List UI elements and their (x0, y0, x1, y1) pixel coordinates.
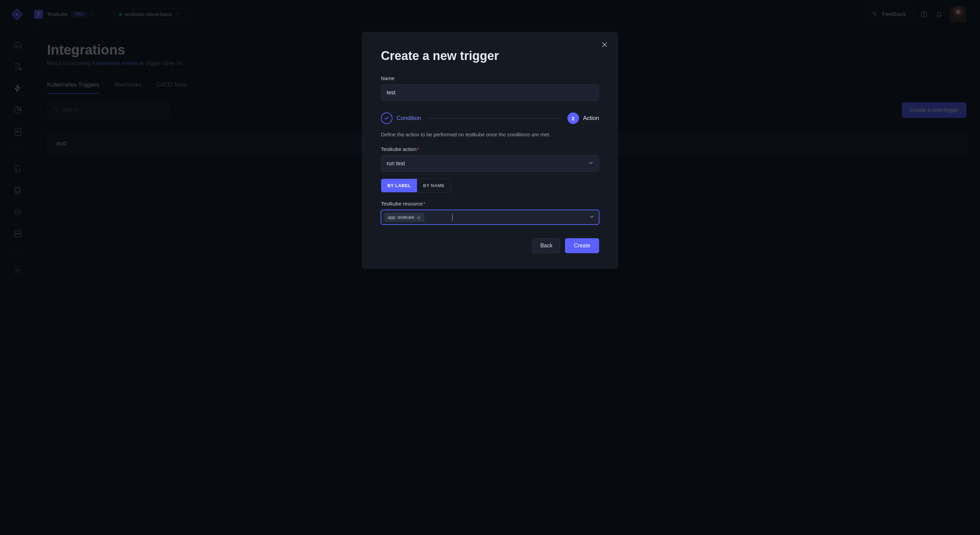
modal-title: Create a new trigger (381, 49, 599, 63)
name-input-value: test (387, 90, 396, 95)
required-mark: * (423, 201, 426, 206)
step-action[interactable]: 2 Action (567, 113, 599, 124)
resource-label: Testkube resource* (381, 201, 599, 206)
required-mark: * (417, 146, 419, 152)
action-select-value: run test (387, 160, 405, 167)
remove-tag-icon[interactable] (417, 215, 421, 219)
modal-overlay: Create a new trigger Name test Condition… (0, 0, 980, 535)
name-input[interactable]: test (381, 84, 599, 101)
resource-tag-label: app: testkube (388, 215, 414, 220)
chevron-down-icon (589, 160, 593, 167)
step-condition-label: Condition (396, 115, 421, 122)
segmented-control: BY LABEL BY NAME (381, 179, 451, 192)
step-line (427, 118, 561, 119)
create-trigger-modal: Create a new trigger Name test Condition… (362, 32, 618, 268)
back-button[interactable]: Back (532, 238, 560, 253)
seg-by-name[interactable]: BY NAME (417, 179, 451, 192)
name-label: Name (381, 75, 599, 81)
step-number: 2 (567, 113, 579, 124)
chevron-down-icon (589, 214, 594, 221)
helper-text: Define the action to be performed on tes… (381, 132, 599, 137)
check-icon (381, 113, 393, 124)
modal-actions: Back Create (381, 238, 599, 253)
wizard-steps: Condition 2 Action (381, 113, 599, 124)
resource-multiselect[interactable]: app: testkube (381, 210, 599, 225)
step-action-label: Action (583, 115, 599, 122)
action-label: Testkube action* (381, 146, 599, 152)
close-icon[interactable] (601, 41, 609, 49)
step-condition[interactable]: Condition (381, 113, 421, 124)
action-select[interactable]: run test (381, 156, 599, 172)
resource-tag: app: testkube (385, 213, 424, 222)
create-button[interactable]: Create (565, 238, 599, 253)
seg-by-label[interactable]: BY LABEL (381, 179, 417, 192)
action-label-text: Testkube action (381, 146, 416, 152)
resource-label-text: Testkube resource (381, 201, 423, 206)
